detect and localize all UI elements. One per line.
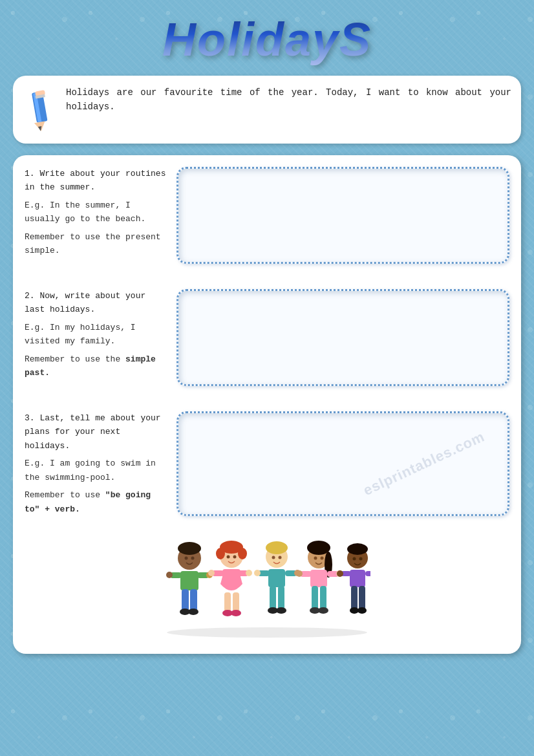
svg-point-9 — [191, 557, 195, 560]
svg-point-74 — [167, 627, 367, 638]
svg-point-33 — [231, 610, 241, 616]
intro-text: Holidays are our favourite time of the y… — [66, 85, 511, 114]
svg-point-24 — [233, 556, 237, 559]
svg-point-55 — [296, 570, 303, 577]
svg-point-64 — [359, 557, 363, 561]
svg-point-51 — [321, 557, 324, 560]
exercise-1-wrapper: 1. Write about your routines in the summ… — [25, 167, 509, 277]
exercise-3-writing-box[interactable]: eslprintables.com — [176, 411, 509, 516]
svg-point-41 — [254, 570, 261, 576]
intro-section: Holidays are our favourite time of the y… — [13, 76, 521, 144]
exercise-3-number: 3. — [25, 413, 35, 423]
svg-rect-15 — [182, 589, 189, 612]
svg-point-23 — [227, 556, 230, 559]
svg-point-29 — [246, 570, 252, 576]
exercise-3-left: 3. Last, tell me about your plans for yo… — [25, 411, 167, 516]
svg-point-50 — [314, 557, 317, 560]
exercise-2-title: Now, write about your last holidays. — [25, 291, 145, 314]
svg-point-13 — [166, 572, 173, 578]
exercise-3-remember: Remember to use "be going to" + verb. — [25, 488, 167, 516]
svg-rect-67 — [365, 571, 370, 576]
exercise-2-number-title: 2. Now, write about your last holidays. — [25, 289, 167, 317]
svg-rect-16 — [190, 589, 197, 612]
svg-rect-65 — [350, 570, 365, 587]
exercise-1-left: 1. Write about your routines in the summ… — [25, 167, 167, 264]
svg-point-68 — [337, 570, 343, 577]
children-illustration — [25, 529, 509, 642]
svg-point-73 — [358, 607, 367, 614]
svg-point-22 — [238, 548, 247, 559]
exercise-3-block: 3. Last, tell me about your plans for yo… — [25, 411, 509, 516]
svg-point-60 — [318, 607, 328, 614]
svg-rect-58 — [320, 586, 326, 610]
exercise-2-block: 2. Now, write about your last holidays. … — [25, 289, 509, 386]
svg-point-46 — [276, 607, 286, 614]
svg-rect-70 — [351, 586, 358, 610]
watermark: eslprintables.com — [361, 428, 487, 499]
svg-rect-38 — [268, 569, 285, 587]
exercise-3-example: E.g. I am going to swim in the swimming-… — [25, 457, 167, 484]
svg-point-21 — [216, 548, 225, 559]
svg-point-18 — [188, 609, 198, 615]
svg-point-37 — [279, 556, 282, 559]
page-title-container: HolidayS — [13, 13, 521, 66]
page-title: HolidayS — [162, 13, 372, 66]
svg-rect-71 — [359, 586, 365, 610]
pencil-icon — [23, 89, 58, 134]
exercise-1-number: 1. — [25, 169, 35, 178]
svg-point-35 — [266, 541, 288, 554]
exercise-1-remember: Remember to use the present simple. — [25, 230, 167, 258]
svg-point-28 — [208, 570, 215, 576]
svg-rect-10 — [180, 571, 198, 590]
exercise-1-writing-box[interactable] — [176, 167, 509, 264]
exercise-2-writing-box[interactable] — [176, 289, 509, 386]
svg-point-72 — [350, 607, 359, 614]
svg-rect-44 — [278, 586, 284, 610]
svg-point-62 — [347, 543, 368, 555]
exercise-1-number-title: 1. Write about your routines in the summ… — [25, 167, 167, 195]
exercise-2-left: 2. Now, write about your last holidays. … — [25, 289, 167, 386]
exercise-3-number-title: 3. Last, tell me about your plans for yo… — [25, 411, 167, 453]
exercise-3-title: Last, tell me about your plans for your … — [25, 413, 161, 451]
svg-point-36 — [272, 556, 275, 559]
exercise-3-wrapper: 3. Last, tell me about your plans for yo… — [25, 411, 509, 516]
svg-point-63 — [353, 557, 356, 561]
exercise-1-block: 1. Write about your routines in the summ… — [25, 167, 509, 264]
exercise-2-number: 2. — [25, 291, 35, 301]
svg-point-8 — [185, 557, 188, 560]
children-svg — [164, 535, 370, 639]
svg-rect-43 — [270, 586, 276, 610]
svg-rect-52 — [310, 570, 327, 587]
exercise-2-remember: Remember to use the simple past. — [25, 352, 167, 380]
exercise-1-example: E.g. In the summer, I usually go to the … — [25, 199, 167, 226]
svg-rect-57 — [312, 586, 318, 610]
exercise-2-example: E.g. In my holidays, I visited my family… — [25, 321, 167, 349]
main-content: 1. Write about your routines in the summ… — [13, 155, 521, 654]
svg-point-7 — [178, 542, 201, 555]
exercise-1-title: Write about your routines in the summer. — [25, 169, 166, 192]
exercise-2-wrapper: 2. Now, write about your last holidays. … — [25, 289, 509, 400]
